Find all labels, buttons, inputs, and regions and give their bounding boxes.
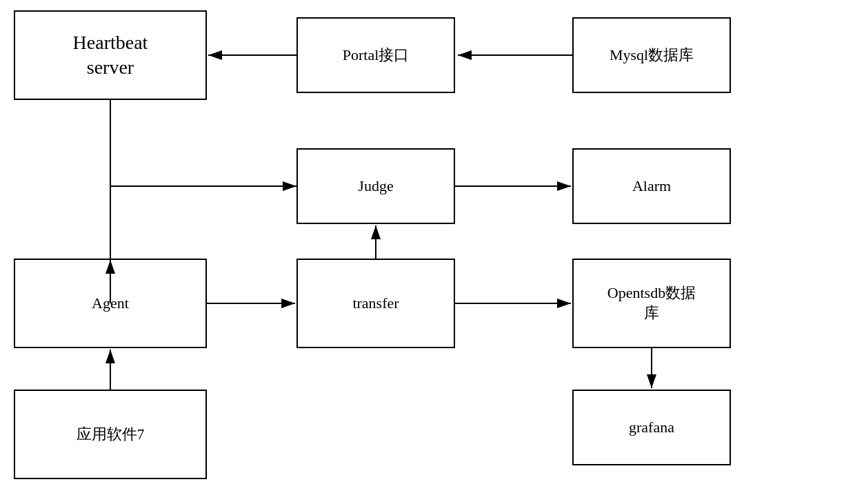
opentsdb-box: Opentsdb数据库 (572, 259, 731, 348)
transfer-box: transfer (296, 259, 455, 348)
heartbeat-box: Heartbeatserver (14, 10, 207, 100)
app-box: 应用软件7 (14, 390, 207, 479)
grafana-box: grafana (572, 390, 731, 465)
portal-box: Portal接口 (296, 17, 455, 93)
agent-box: Agent (14, 259, 207, 348)
diagram: Heartbeatserver Portal接口 Mysql数据库 Judge … (0, 0, 855, 504)
alarm-box: Alarm (572, 148, 731, 224)
mysql-box: Mysql数据库 (572, 17, 731, 93)
judge-box: Judge (296, 148, 455, 224)
